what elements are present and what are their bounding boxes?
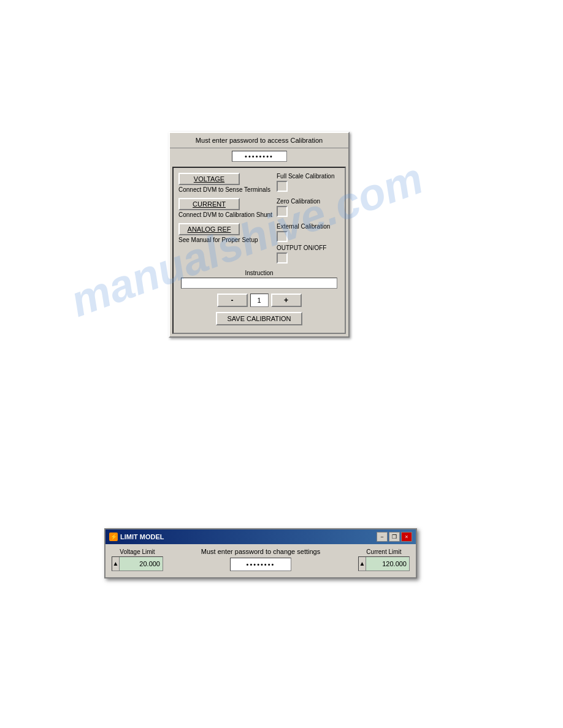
full-scale-label: Full Scale Calibration [277, 173, 335, 180]
zero-cal-label: Zero Calibration [277, 198, 320, 205]
current-limit-group: Current Limit ▲ [358, 548, 410, 571]
limit-model-title: LIMIT MODEL [120, 533, 164, 540]
limit-password-msg: Must enter password to change settings [201, 548, 320, 555]
limit-password-input[interactable] [230, 558, 291, 571]
close-button[interactable]: × [401, 532, 412, 542]
zero-cal-right: Zero Calibration [277, 198, 340, 217]
title-controls: − ❒ × [377, 532, 412, 542]
voltage-limit-arrow[interactable]: ▲ [112, 557, 120, 571]
calibration-dialog: Must enter password to access Calibratio… [169, 132, 350, 338]
voltage-limit-label: Voltage Limit [120, 548, 155, 555]
calibration-inner-panel: VOLTAGE Connect DVM to Sense Terminals F… [172, 167, 346, 334]
current-row: CURRENT Connect DVM to Calibration Shunt… [178, 198, 340, 218]
external-cal-checkbox[interactable] [277, 231, 288, 242]
restore-button[interactable]: ❒ [389, 532, 400, 542]
cal-plus-button[interactable]: + [271, 294, 302, 307]
current-limit-wrapper: ▲ [358, 556, 410, 571]
output-onoff-label: OUTPUT ON/OFF [277, 245, 326, 251]
output-onoff-section: OUTPUT ON/OFF [277, 245, 326, 265]
limit-title-bar: ⚡ LIMIT MODEL − ❒ × [105, 529, 416, 544]
zero-cal-checkbox[interactable] [277, 206, 288, 217]
save-calibration-button[interactable]: SAVE CALIBRATION [216, 312, 302, 325]
limit-center-section: Must enter password to change settings [201, 548, 320, 571]
voltage-limit-group: Voltage Limit ▲ [112, 548, 163, 571]
limit-fields-row: Voltage Limit ▲ Must enter password to c… [112, 548, 410, 571]
current-limit-input[interactable] [366, 557, 409, 571]
analog-ref-label: See Manual for Proper Setup [178, 237, 277, 243]
limit-model-icon: ⚡ [109, 533, 118, 541]
calibration-header: Must enter password to access Calibratio… [170, 133, 348, 148]
output-onoff-checkbox[interactable] [277, 252, 288, 264]
full-scale-checkbox[interactable] [277, 181, 288, 192]
cal-step-value: 1 [250, 294, 269, 307]
analog-ref-left: ANALOG REF See Manual for Proper Setup [178, 223, 277, 243]
voltage-limit-input[interactable] [120, 557, 163, 571]
voltage-limit-wrapper: ▲ [112, 556, 163, 571]
current-limit-arrow[interactable]: ▲ [359, 557, 366, 571]
analog-ref-button[interactable]: ANALOG REF [178, 223, 240, 235]
minimize-button[interactable]: − [377, 532, 388, 542]
cal-controls-row: - 1 + [178, 291, 340, 309]
instruction-input[interactable] [181, 278, 337, 289]
full-scale-right: Full Scale Calibration [277, 173, 340, 192]
calibration-password-input[interactable] [232, 151, 287, 162]
limit-model-dialog: ⚡ LIMIT MODEL − ❒ × Voltage Limit ▲ Must… [104, 528, 417, 578]
current-label: Connect DVM to Calibration Shunt [178, 211, 277, 218]
voltage-label: Connect DVM to Sense Terminals [178, 186, 277, 193]
calibration-header-text: Must enter password to access Calibratio… [196, 137, 323, 144]
instruction-section: Instruction [178, 270, 340, 289]
analog-ref-row: ANALOG REF See Manual for Proper Setup E… [178, 223, 340, 265]
voltage-button[interactable]: VOLTAGE [178, 173, 240, 185]
instruction-label: Instruction [181, 270, 337, 276]
voltage-left: VOLTAGE Connect DVM to Sense Terminals [178, 173, 277, 193]
limit-body: Voltage Limit ▲ Must enter password to c… [105, 544, 416, 577]
cal-minus-button[interactable]: - [217, 294, 248, 307]
external-cal-right: External Calibration OUTPUT ON/OFF [277, 223, 340, 265]
external-cal-label: External Calibration [277, 223, 330, 230]
voltage-row: VOLTAGE Connect DVM to Sense Terminals F… [178, 173, 340, 193]
current-button[interactable]: CURRENT [178, 198, 240, 210]
current-limit-label: Current Limit [366, 548, 401, 555]
calibration-password-row [170, 148, 348, 164]
current-left: CURRENT Connect DVM to Calibration Shunt [178, 198, 277, 218]
title-bar-left: ⚡ LIMIT MODEL [109, 533, 164, 541]
